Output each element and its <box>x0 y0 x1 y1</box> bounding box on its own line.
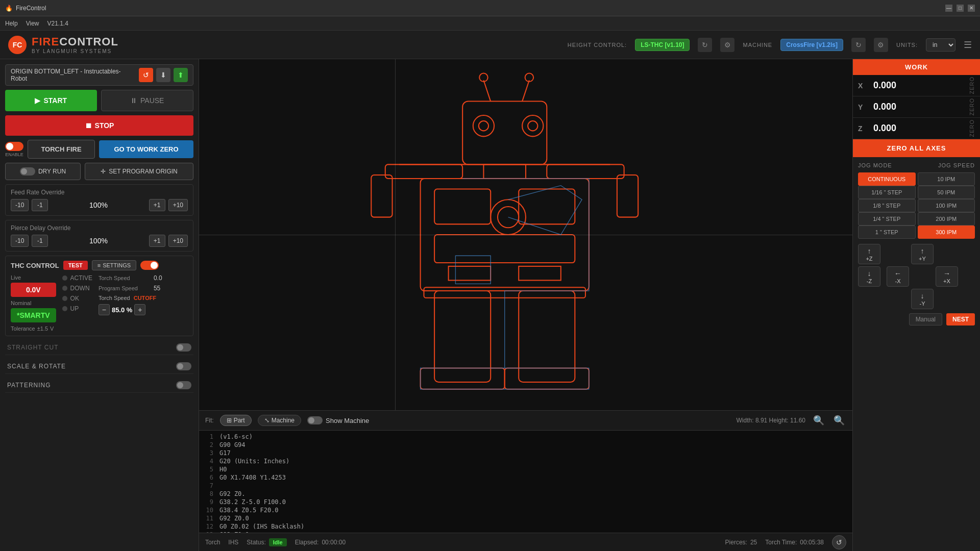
menu-bar: Help View V21.1.4 <box>0 16 980 31</box>
feed-rate-minus10[interactable]: -10 <box>11 199 29 211</box>
height-control-refresh[interactable]: ↻ <box>698 38 712 52</box>
stop-button[interactable]: ⏹ STOP <box>5 115 193 136</box>
torch-fire-button[interactable]: TORCH FIRE <box>28 140 95 159</box>
gcode-line: 11G92 Z0.0 <box>199 514 852 522</box>
canvas-viewport[interactable] <box>199 59 852 410</box>
jog-grid: CONTINUOUS10 IPM1/16 " STEP50 IPM1/8 " S… <box>858 172 975 239</box>
feed-rate-minus1[interactable]: -1 <box>32 199 48 211</box>
pierce-delay-minus10[interactable]: -10 <box>11 235 29 247</box>
nest-button[interactable]: NEST <box>946 313 975 325</box>
plus-x-arrow-icon: → <box>943 269 950 278</box>
maximize-button[interactable]: □ <box>957 5 964 12</box>
cutoff-minus-button[interactable]: − <box>99 304 110 315</box>
close-button[interactable]: ✕ <box>968 5 975 12</box>
elapsed-label: Elapsed: <box>295 539 319 546</box>
patterning-toggle[interactable] <box>176 381 191 389</box>
jog-speed-button[interactable]: 100 IPM <box>918 199 975 212</box>
straight-cut-toggle[interactable] <box>176 343 191 352</box>
torch-enable-toggle: ENABLE <box>5 142 23 157</box>
torch-enable-switch[interactable] <box>5 142 23 151</box>
jog-plus-y-button[interactable]: ↑ +Y <box>911 244 934 264</box>
machine-settings[interactable]: ⚙ <box>874 38 888 52</box>
jog-speed-button[interactable]: 10 IPM <box>918 172 975 186</box>
jog-mode-button[interactable]: 1/8 " STEP <box>858 199 916 212</box>
jog-minus-z-button[interactable]: ↓ -Z <box>858 266 880 287</box>
show-machine-switch[interactable] <box>307 416 323 424</box>
cutoff-plus-button[interactable]: + <box>134 304 145 315</box>
fit-part-button[interactable]: ⊞ Part <box>220 415 252 426</box>
dry-run-row: DRY RUN ✛ SET PROGRAM ORIGIN <box>5 163 193 180</box>
gcode-line-number: 10 <box>199 507 219 514</box>
tolerance-value: ±1.5 <box>37 325 48 332</box>
jog-plus-z-button[interactable]: ↑ +Z <box>858 244 880 264</box>
origin-download-button[interactable]: ⬇ <box>156 68 170 82</box>
minimize-button[interactable]: — <box>945 5 952 12</box>
fit-part-icon: ⊞ <box>227 417 232 424</box>
machine-refresh[interactable]: ↻ <box>851 38 866 52</box>
jog-speed-button[interactable]: 300 IPM <box>918 226 975 239</box>
dry-run-button[interactable]: DRY RUN <box>5 163 81 180</box>
thc-settings-button[interactable]: ≡ SETTINGS <box>92 260 136 270</box>
thc-nominal-voltage: Nominal *SMARTV <box>11 300 56 322</box>
feed-rate-plus1[interactable]: +1 <box>149 199 165 211</box>
scale-rotate-toggle[interactable] <box>176 362 191 370</box>
origin-upload-button[interactable]: ⬆ <box>174 68 188 82</box>
pierce-delay-plus10[interactable]: +10 <box>168 235 188 247</box>
svg-point-27 <box>498 207 519 228</box>
gcode-line: 13G92 Z0.0 <box>199 531 852 533</box>
thc-live-voltage: Live 0.0V <box>11 274 56 297</box>
torch-speed-label: Torch Speed <box>99 275 150 281</box>
jog-minus-x-button[interactable]: ← -X <box>887 266 909 287</box>
jog-plus-x-button[interactable]: → +X <box>936 266 958 287</box>
jog-sw-empty <box>887 289 909 309</box>
status-right: Pierces: 25 Torch Time: 00:05:38 ↺ <box>725 535 846 549</box>
jog-mode-button[interactable]: 1/4 " STEP <box>858 212 916 226</box>
y-zero-button[interactable]: ZERO <box>969 98 975 116</box>
feed-rate-plus10[interactable]: +10 <box>168 199 188 211</box>
hamburger-menu[interactable]: ☰ <box>964 39 972 51</box>
start-button[interactable]: ▶ START <box>5 90 97 111</box>
gcode-line-content: G92 Z0. <box>219 490 246 497</box>
reset-button[interactable]: ↺ <box>832 535 846 549</box>
zoom-in-button[interactable]: 🔍 <box>812 413 826 428</box>
gcode-line-number: 8 <box>199 490 219 497</box>
go-to-work-zero-button[interactable]: GO TO WORK ZERO <box>99 140 193 158</box>
jog-speed-button[interactable]: 200 IPM <box>918 212 975 226</box>
gcode-line-number: 7 <box>199 482 219 489</box>
jog-mode-button[interactable]: 1 " STEP <box>858 226 916 239</box>
pierces-label: Pierces: <box>725 539 747 546</box>
gcode-panel[interactable]: 1(v1.6-sc)2G90 G943G174G20 (Units: Inche… <box>199 431 852 533</box>
torch-speed-value: 0.0 <box>154 274 162 282</box>
pierce-delay-minus1[interactable]: -1 <box>32 235 48 247</box>
pause-button[interactable]: ⏸ PAUSE <box>101 90 194 111</box>
thc-up-indicator: UP <box>62 305 92 312</box>
fit-machine-button[interactable]: ⤡ Machine <box>258 415 301 426</box>
x-zero-button[interactable]: ZERO <box>969 77 975 94</box>
menu-view[interactable]: View <box>26 20 39 27</box>
jog-pad: ↑ +Z ↓ -Z ↑ +Y <box>858 244 975 309</box>
machine-label: MACHINE <box>743 42 772 48</box>
tolerance-label: Tolerance <box>11 325 35 332</box>
jog-speed-button[interactable]: 50 IPM <box>918 186 975 199</box>
dry-run-toggle[interactable] <box>20 167 35 176</box>
height-control-settings[interactable]: ⚙ <box>720 38 734 52</box>
zoom-out-button[interactable]: 🔍 <box>832 413 846 428</box>
origin-reset-button[interactable]: ↺ <box>139 68 153 82</box>
show-machine-label: Show Machine <box>326 417 369 424</box>
main-layout: ORIGIN BOTTOM_LEFT - Instructables-Robot… <box>0 59 980 551</box>
manual-button[interactable]: Manual <box>909 313 942 325</box>
jog-mode-button[interactable]: CONTINUOUS <box>858 172 916 186</box>
pierce-delay-plus1[interactable]: +1 <box>149 235 165 247</box>
zero-all-axes-button[interactable]: ZERO ALL AXES <box>853 139 980 157</box>
set-program-origin-button[interactable]: ✛ SET PROGRAM ORIGIN <box>85 163 193 180</box>
jog-minus-y-button[interactable]: ↓ -Y <box>911 289 934 309</box>
jog-mode-button[interactable]: 1/16 " STEP <box>858 186 916 199</box>
thc-toggle[interactable] <box>140 261 159 270</box>
units-select[interactable]: in mm <box>926 38 955 52</box>
show-machine-toggle[interactable]: Show Machine <box>307 416 369 424</box>
menu-help[interactable]: Help <box>5 20 18 27</box>
pierces-status-item: Pierces: 25 <box>725 539 757 546</box>
y-label: Y <box>858 103 868 111</box>
thc-test-button[interactable]: TEST <box>63 261 88 270</box>
z-zero-button[interactable]: ZERO <box>969 119 975 137</box>
